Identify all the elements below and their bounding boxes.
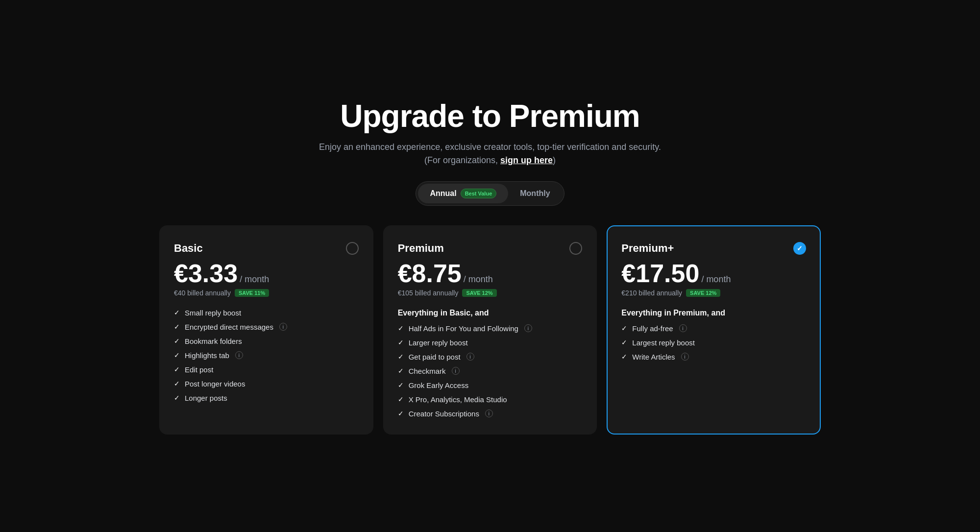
premium-feature-2: ✓ Larger reply boost [398,339,583,347]
premium-feature-1: ✓ Half Ads in For You and Following i [398,324,583,333]
check-icon: ✓ [174,323,180,331]
premium-plan-card[interactable]: Premium €8.75 / month €105 billed annual… [383,225,597,435]
basic-plan-name: Basic [174,242,203,255]
premium-annual-billing: €105 billed annually SAVE 12% [398,289,583,297]
check-icon: ✓ [398,353,404,361]
check-icon: ✓ [174,309,180,316]
premium-plus-price-amount: €17.50 [621,261,699,286]
premium-plus-feature-3: ✓ Write Articles i [621,353,806,361]
billing-toggle[interactable]: Annual Best Value Monthly [416,181,564,206]
check-icon: ✓ [174,394,180,402]
info-icon[interactable]: i [452,367,460,375]
org-line-text: (For organizations, [424,155,498,165]
premium-plus-save-badge: SAVE 12% [686,289,720,297]
info-icon[interactable]: i [679,324,687,332]
basic-annual-billing: €40 billed annually SAVE 11% [174,289,359,297]
premium-feature-6: ✓ X Pro, Analytics, Media Studio [398,395,583,404]
check-icon: ✓ [621,339,627,346]
premium-plus-price-period: / month [701,274,731,285]
premium-plus-radio-button[interactable] [793,242,806,255]
premium-price-period: / month [464,274,493,285]
basic-radio-button[interactable] [346,242,359,255]
header: Upgrade to Premium Enjoy an enhanced exp… [319,98,661,166]
check-icon: ✓ [398,410,404,417]
premium-save-badge: SAVE 12% [462,289,496,297]
premium-plan-header: Premium [398,242,583,255]
premium-plus-plan-card[interactable]: Premium+ €17.50 / month €210 billed annu… [607,225,821,435]
premium-radio-button[interactable] [569,242,582,255]
check-icon: ✓ [398,324,404,332]
check-icon: ✓ [174,380,180,387]
best-value-badge: Best Value [461,189,497,198]
check-icon: ✓ [174,365,180,373]
check-icon: ✓ [398,395,404,403]
basic-feature-6: ✓ Post longer videos [174,380,359,388]
premium-plus-plan-name: Premium+ [621,242,674,255]
premium-plus-plan-header: Premium+ [621,242,806,255]
premium-plan-name: Premium [398,242,444,255]
info-icon[interactable]: i [524,324,532,332]
org-signup-link[interactable]: sign up here [500,155,553,165]
page-container: Upgrade to Premium Enjoy an enhanced exp… [147,98,833,435]
subtitle: Enjoy an enhanced experience, exclusive … [319,142,661,152]
premium-feature-4: ✓ Checkmark i [398,367,583,375]
check-icon: ✓ [398,367,404,375]
basic-plan-header: Basic [174,242,359,255]
premium-price-section: €8.75 / month [398,261,583,286]
check-icon: ✓ [621,353,627,361]
premium-feature-5: ✓ Grok Early Access [398,381,583,389]
premium-features-heading: Everything in Basic, and [398,309,583,317]
info-icon[interactable]: i [279,323,287,331]
check-icon: ✓ [174,337,180,345]
basic-plan-card[interactable]: Basic €3.33 / month €40 billed annually … [159,225,373,435]
basic-feature-3: ✓ Bookmark folders [174,337,359,345]
basic-feature-4: ✓ Highlights tab i [174,351,359,360]
check-icon: ✓ [174,351,180,359]
annual-billing-option[interactable]: Annual Best Value [418,184,508,203]
info-icon[interactable]: i [466,353,474,361]
basic-price-period: / month [240,274,269,285]
premium-plus-feature-1: ✓ Fully ad-free i [621,324,806,333]
info-icon[interactable]: i [485,410,493,417]
plans-container: Basic €3.33 / month €40 billed annually … [159,225,821,435]
org-line: (For organizations, sign up here) [319,155,661,166]
basic-feature-7: ✓ Longer posts [174,394,359,402]
check-icon: ✓ [398,381,404,389]
premium-plus-features-heading: Everything in Premium, and [621,309,806,317]
basic-price-amount: €3.33 [174,261,238,286]
basic-feature-2: ✓ Encrypted direct messages i [174,323,359,331]
check-icon: ✓ [398,339,404,346]
premium-plus-annual-billing: €210 billed annually SAVE 12% [621,289,806,297]
page-title: Upgrade to Premium [319,98,661,134]
premium-price-amount: €8.75 [398,261,462,286]
monthly-billing-option[interactable]: Monthly [508,184,562,203]
premium-plus-features-list: ✓ Fully ad-free i ✓ Largest reply boost … [621,324,806,361]
check-icon: ✓ [621,324,627,332]
premium-plus-feature-2: ✓ Largest reply boost [621,339,806,347]
basic-features-list: ✓ Small reply boost ✓ Encrypted direct m… [174,309,359,402]
premium-plus-price-section: €17.50 / month [621,261,806,286]
basic-feature-5: ✓ Edit post [174,365,359,374]
info-icon[interactable]: i [235,351,243,359]
premium-feature-3: ✓ Get paid to post i [398,353,583,361]
premium-features-list: ✓ Half Ads in For You and Following i ✓ … [398,324,583,418]
basic-save-badge: SAVE 11% [235,289,269,297]
basic-feature-1: ✓ Small reply boost [174,309,359,317]
premium-feature-7: ✓ Creator Subscriptions i [398,410,583,418]
info-icon[interactable]: i [681,353,689,361]
basic-price-section: €3.33 / month [174,261,359,286]
